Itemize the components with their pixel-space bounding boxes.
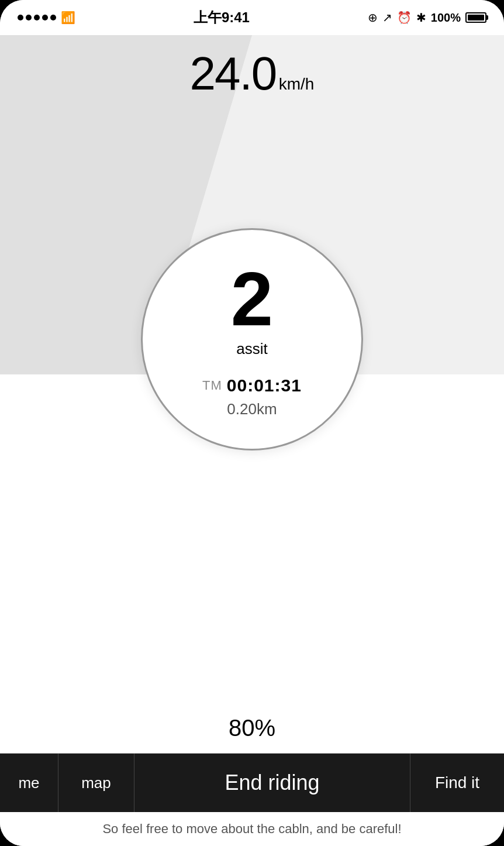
- distance-display: 0.20km: [227, 400, 277, 418]
- speed-value: 24.0: [190, 47, 277, 99]
- distance-value: 0.20: [227, 400, 257, 418]
- circle-gauge: 2 assit TM 00:01:31 0.20km: [141, 228, 363, 450]
- time-display: TM 00:01:31: [202, 376, 302, 396]
- signal-dot-3: [34, 15, 40, 20]
- distance-unit: km: [257, 400, 277, 418]
- speed-display: 24.0 km/h: [0, 47, 504, 101]
- signal-dot-2: [26, 15, 32, 20]
- wifi-icon: 📶: [61, 11, 75, 25]
- assist-number: 2: [231, 261, 273, 337]
- speed-unit: km/h: [279, 75, 315, 93]
- main-content: 24.0 km/h 2 assit TM 00:01:31 0.20km 80%: [0, 35, 504, 846]
- status-time: 上午9:41: [194, 8, 250, 27]
- battery-percentage: 80%: [0, 715, 504, 753]
- bottom-nav: me map End riding Find it: [0, 754, 504, 812]
- bluetooth-icon: ✱: [416, 11, 426, 25]
- phone-frame: 📶 上午9:41 ⊕ ↗ ⏰ ✱ 100% 24.0 km/h 2: [0, 0, 504, 846]
- battery-fill: [468, 15, 484, 20]
- map-button[interactable]: map: [58, 754, 134, 812]
- lower-content: 80% me map End riding Find it So feel fr…: [0, 450, 504, 846]
- time-tm-label: TM: [202, 378, 222, 393]
- status-bar: 📶 上午9:41 ⊕ ↗ ⏰ ✱ 100%: [0, 0, 504, 35]
- signal-dot-1: [18, 15, 23, 20]
- battery-percent-text: 100%: [431, 11, 461, 25]
- clock-icon: ⏰: [397, 11, 412, 25]
- signal-dots: [18, 15, 56, 20]
- signal-dot-5: [50, 15, 56, 20]
- end-riding-button[interactable]: End riding: [134, 754, 410, 812]
- signal-dot-4: [42, 15, 48, 20]
- status-left: 📶: [18, 11, 75, 25]
- footer-message: So feel free to move about the cabln, an…: [0, 812, 504, 846]
- circle-container: 2 assit TM 00:01:31 0.20km: [141, 228, 363, 450]
- status-right: ⊕ ↗ ⏰ ✱ 100%: [368, 11, 486, 25]
- location-icon: ↗: [382, 11, 392, 25]
- time-value: 00:01:31: [227, 376, 302, 396]
- find-it-button[interactable]: Find it: [410, 754, 504, 812]
- battery-icon: [465, 12, 486, 23]
- lock-icon: ⊕: [368, 11, 378, 25]
- me-button[interactable]: me: [0, 754, 58, 812]
- assist-label: assit: [236, 340, 267, 358]
